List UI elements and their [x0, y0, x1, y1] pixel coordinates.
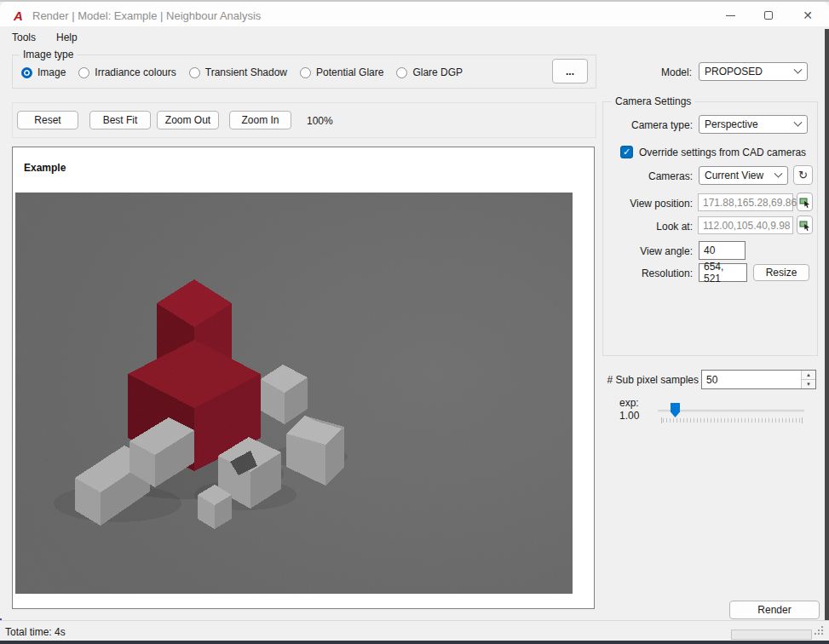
view-angle-field[interactable]: 40: [699, 241, 746, 260]
close-button[interactable]: ✕: [795, 3, 820, 27]
zoom-level: 100%: [307, 115, 333, 127]
view-position-field: 171.88,165.28,69.86: [698, 193, 793, 211]
image-title: Example: [24, 162, 66, 174]
resize-grip-icon[interactable]: [814, 626, 823, 635]
render-scene: [15, 193, 573, 594]
radio-icon: [396, 67, 407, 78]
radio-icon: [300, 67, 311, 78]
exp-slider-tick-end: [802, 417, 803, 423]
exp-slider-ticks: [663, 418, 801, 423]
model-select[interactable]: PROPOSED: [699, 62, 808, 81]
image-type-group: Image type Image Irradiance colours Tran…: [12, 55, 596, 89]
exp-slider-thumb[interactable]: [671, 403, 680, 417]
total-time-status: Total time: 4s: [5, 626, 66, 638]
chevron-down-icon: [794, 118, 803, 126]
window-title: Render | Model: Example | Neighbour Anal…: [32, 9, 261, 22]
model-label: Model:: [629, 66, 692, 78]
checkbox-checked-icon: ✓: [620, 146, 633, 158]
pick-look-at-button[interactable]: [797, 216, 813, 234]
close-icon: ✕: [803, 9, 813, 22]
radio-icon: [78, 67, 89, 78]
preview-frame: Example: [12, 147, 595, 609]
status-bar: Total time: 4s: [0, 620, 829, 641]
image-type-radio-row: Image Irradiance colours Transient Shado…: [21, 64, 584, 81]
radio-potential-glare[interactable]: Potential Glare: [300, 66, 383, 78]
zoom-in-button[interactable]: Zoom In: [229, 111, 291, 129]
reset-button[interactable]: Reset: [17, 111, 78, 129]
view-position-label: View position:: [607, 198, 693, 210]
render-button[interactable]: Render: [729, 601, 820, 619]
exp-label-block: exp: 1.00: [619, 397, 639, 423]
exp-label: exp:: [619, 397, 639, 410]
radio-icon: [189, 67, 200, 78]
pick-point-icon: [799, 197, 810, 208]
cameras-label: Cameras:: [607, 170, 693, 182]
resize-button[interactable]: Resize: [753, 264, 809, 281]
menu-help[interactable]: Help: [48, 29, 86, 46]
look-at-field: 112.00,105.40,9.98: [698, 216, 793, 234]
view-angle-label: View angle:: [607, 245, 693, 257]
refresh-icon: ↻: [798, 169, 808, 181]
radio-image[interactable]: Image: [21, 66, 66, 78]
resolution-value: 654, 521: [704, 261, 742, 285]
best-fit-button[interactable]: Best Fit: [89, 111, 151, 129]
maximize-button[interactable]: [756, 3, 781, 27]
radio-transient-label: Transient Shadow: [205, 66, 287, 78]
sub-pixel-samples-value: 50: [702, 371, 801, 388]
minimize-icon: [726, 15, 735, 16]
image-type-legend: Image type: [20, 49, 77, 60]
radio-glare-dgp-label: Glare DGP: [412, 66, 463, 78]
camera-type-value: Perspective: [705, 118, 758, 130]
radio-irradiance-colours[interactable]: Irradiance colours: [78, 66, 176, 78]
radio-potential-glare-label: Potential Glare: [316, 66, 383, 78]
sub-pixel-samples-label: # Sub pixel samples: [605, 374, 699, 386]
refresh-cameras-button[interactable]: ↻: [793, 165, 813, 185]
view-angle-value: 40: [704, 244, 715, 256]
pick-point-icon: [799, 220, 810, 231]
radio-transient-shadow[interactable]: Transient Shadow: [189, 66, 287, 78]
spin-down-button[interactable]: ▼: [802, 380, 815, 388]
menu-tools[interactable]: Tools: [3, 29, 44, 46]
view-position-value: 171.88,165.28,69.86: [703, 197, 797, 209]
look-at-value: 112.00,105.40,9.98: [703, 220, 791, 232]
rendered-image[interactable]: Example: [15, 150, 573, 594]
cameras-select[interactable]: Current View: [699, 166, 788, 185]
radio-irradiance-label: Irradiance colours: [95, 66, 176, 78]
render-dialog-window: A Render | Model: Example | Neighbour An…: [0, 0, 829, 644]
maximize-icon: [764, 11, 773, 20]
model-value: PROPOSED: [705, 66, 763, 78]
exp-slider-tick-start: [661, 417, 662, 423]
more-options-button[interactable]: ...: [552, 59, 588, 83]
zoom-toolbar: Reset Best Fit Zoom Out Zoom In 100%: [12, 102, 596, 138]
spin-up-icon: ▲: [806, 372, 811, 377]
menu-bar: Tools Help: [0, 27, 825, 47]
spin-up-button[interactable]: ▲: [802, 371, 815, 380]
resolution-field[interactable]: 654, 521: [699, 263, 747, 282]
minimize-button[interactable]: [717, 3, 743, 27]
radio-glare-dgp[interactable]: Glare DGP: [396, 66, 463, 78]
window-bottom-border: [0, 641, 829, 644]
look-at-label: Look at:: [607, 221, 693, 233]
chevron-down-icon: [774, 169, 783, 177]
image-header: Example: [15, 150, 573, 193]
camera-settings-legend: Camera Settings: [612, 95, 694, 107]
radio-selected-icon: [21, 67, 32, 78]
override-cad-cameras-checkbox[interactable]: ✓ Override settings from CAD cameras: [620, 146, 806, 158]
camera-type-label: Camera type:: [607, 119, 693, 131]
cameras-value: Current View: [705, 170, 763, 181]
progress-bar: [731, 630, 812, 640]
radio-image-label: Image: [37, 66, 66, 78]
chevron-down-icon: [794, 65, 803, 73]
app-logo-icon: A: [11, 9, 26, 23]
pick-view-position-button[interactable]: [797, 193, 813, 211]
zoom-out-button[interactable]: Zoom Out: [157, 111, 219, 129]
sub-pixel-samples-spinbox[interactable]: 50 ▲ ▼: [701, 370, 816, 389]
resolution-label: Resolution:: [607, 267, 693, 279]
window-right-border: [825, 29, 829, 644]
exp-value: 1.00: [619, 410, 639, 423]
spin-down-icon: ▼: [806, 382, 811, 387]
override-cad-cameras-label: Override settings from CAD cameras: [639, 147, 806, 158]
camera-type-select[interactable]: Perspective: [699, 115, 808, 134]
titlebar[interactable]: A Render | Model: Example | Neighbour An…: [0, 2, 829, 27]
